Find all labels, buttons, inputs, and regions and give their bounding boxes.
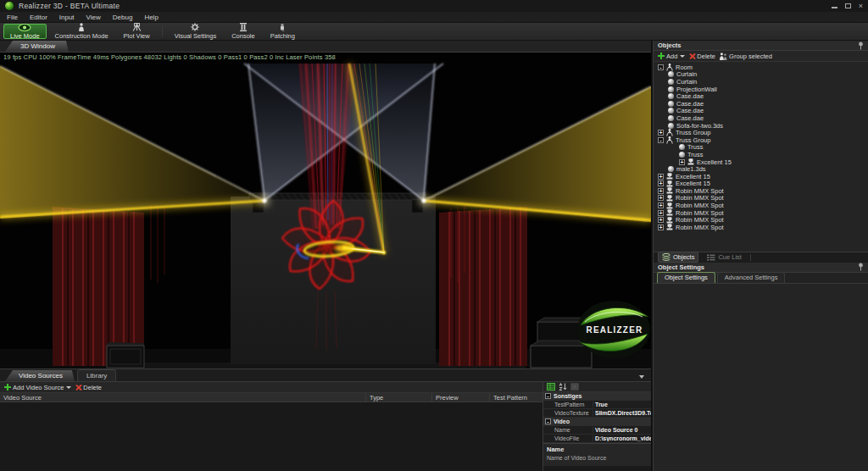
tab-library[interactable]: Library — [77, 369, 116, 381]
mesh-icon — [668, 79, 674, 85]
tab-objects[interactable]: Objects — [658, 252, 698, 263]
column-test-pattern[interactable]: Test Pattern — [490, 393, 542, 402]
menu-view[interactable]: View — [86, 14, 101, 21]
tree-item[interactable]: male1.3ds — [656, 165, 868, 173]
plus-icon — [4, 384, 11, 391]
collapse-icon[interactable]: - — [545, 418, 551, 424]
construction-mode-button[interactable]: Construction Mode — [48, 24, 115, 39]
tab-advanced-settings[interactable]: Advanced Settings — [717, 272, 786, 283]
tree-item[interactable]: Case.dae — [656, 100, 868, 108]
tree-item-fixture[interactable]: +Robin MMX Spot — [656, 195, 868, 202]
expander-icon[interactable]: + — [658, 195, 664, 201]
console-button[interactable]: Console — [225, 24, 262, 39]
expander-icon[interactable]: + — [658, 210, 664, 216]
tree-item-fixture[interactable]: +Robin MMX Spot — [656, 209, 868, 217]
visual-settings-button[interactable]: Visual Settings — [168, 24, 223, 39]
pin-icon[interactable] — [858, 42, 864, 50]
expander-icon[interactable]: + — [658, 217, 664, 223]
column-type[interactable]: Type — [366, 393, 432, 402]
tree-item-fixture[interactable]: +Robin MMX Spot — [656, 187, 868, 195]
restore-icon[interactable] — [845, 3, 851, 8]
tab-3d-window[interactable]: 3D Window — [5, 41, 69, 52]
pin-icon[interactable] — [858, 263, 864, 271]
tree-item-truss-group[interactable]: -Truss Group — [656, 136, 868, 144]
3d-viewport[interactable]: REALIZZER 19 fps CPU 100% FrameTime 49ms… — [0, 53, 651, 368]
alphabetical-sort-icon[interactable] — [559, 383, 567, 391]
tree-item-room[interactable]: -Room — [656, 64, 868, 71]
delete-x-icon — [75, 384, 81, 391]
window-title: Realizzer 3D - BETA Ultimate — [19, 2, 120, 10]
expander-icon[interactable]: - — [658, 137, 664, 143]
collapse-icon[interactable]: - — [545, 393, 551, 399]
expander-icon[interactable]: + — [658, 202, 664, 208]
menu-editor[interactable]: Editor — [30, 14, 47, 21]
menu-debug[interactable]: Debug — [113, 14, 133, 21]
expander-icon[interactable]: + — [658, 130, 664, 136]
add-video-source-button[interactable]: Add Video Source — [4, 384, 71, 391]
tab-divider — [750, 254, 751, 261]
tree-item-fixture[interactable]: +Excellent 15 — [656, 158, 868, 166]
tree-item-truss-group[interactable]: +Truss Group — [656, 129, 868, 136]
expander-icon[interactable]: - — [658, 64, 664, 70]
property-row[interactable]: Name Video Source 0 — [543, 426, 651, 435]
expander-icon[interactable]: + — [658, 174, 664, 180]
expander-icon[interactable]: + — [658, 224, 664, 230]
tree-item-fixture[interactable]: +Excellent 15 — [656, 173, 868, 180]
property-row[interactable]: VideoTexture SlimDX.Direct3D9.Texture — [543, 409, 651, 418]
menu-input[interactable]: Input — [59, 14, 75, 21]
tree-item[interactable]: Curtain — [656, 71, 868, 79]
tree-item-fixture[interactable]: +Excellent 15 — [656, 180, 868, 188]
menu-file[interactable]: File — [7, 14, 18, 21]
property-category[interactable]: - Video — [543, 418, 651, 426]
tree-item[interactable]: Case.dae — [656, 114, 868, 122]
expander-icon[interactable]: + — [658, 180, 664, 186]
tree-item[interactable]: Truss — [656, 151, 868, 158]
chevron-down-icon[interactable] — [639, 375, 644, 379]
mesh-icon — [668, 108, 674, 114]
column-preview[interactable]: Preview — [432, 393, 490, 402]
expander-icon[interactable]: + — [658, 188, 664, 194]
tab-object-settings[interactable]: Object Settings — [657, 272, 715, 283]
objects-panel: Objects Add Delete Group selected — [653, 41, 868, 471]
column-video-source[interactable]: Video Source — [0, 393, 366, 402]
tree-item[interactable]: Curtain — [656, 78, 868, 86]
delete-object-button[interactable]: Delete — [688, 53, 715, 60]
add-object-button[interactable]: Add — [658, 53, 685, 60]
close-icon[interactable]: × — [859, 3, 863, 9]
curtain-right — [439, 207, 527, 366]
video-source-list[interactable] — [0, 402, 542, 471]
menu-help[interactable]: Help — [144, 14, 158, 21]
tab-cue-list[interactable]: Cue List — [704, 252, 745, 262]
tree-item[interactable]: Sofa-for-two.3ds — [656, 122, 868, 130]
property-row[interactable]: VideoFile D:\syncronorm_video\ — [543, 435, 651, 443]
minimize-icon[interactable] — [832, 3, 837, 9]
plot-view-button[interactable]: Plot View — [117, 24, 157, 39]
tab-video-sources[interactable]: Video Sources — [5, 370, 75, 381]
objects-panel-tabbar: Objects Cue List — [654, 252, 868, 263]
app-icon — [5, 2, 14, 10]
mesh-icon — [679, 144, 685, 150]
plus-icon — [658, 53, 665, 59]
fixture-icon — [666, 195, 673, 202]
patching-button[interactable]: Patching — [264, 24, 302, 39]
property-category[interactable]: - Sonstiges — [543, 392, 651, 401]
property-pages-icon[interactable] — [570, 383, 579, 391]
tree-item-fixture[interactable]: +Robin MMX Spot — [656, 202, 868, 209]
tree-item-fixture[interactable]: +Robin MMX Spot — [656, 216, 868, 224]
toolbar-divider — [162, 25, 163, 37]
expander-icon[interactable]: + — [679, 159, 685, 165]
fixture-icon — [666, 180, 673, 187]
tree-item[interactable]: Case.dae — [656, 92, 868, 100]
tree-item-fixture[interactable]: +Robin MMX Spot — [656, 224, 868, 231]
tree-item[interactable]: Truss — [656, 144, 868, 152]
group-figure-icon — [666, 136, 673, 144]
tree-item[interactable]: Case.dae — [656, 108, 868, 115]
categorized-view-icon[interactable] — [547, 383, 555, 391]
property-row[interactable]: TestPattern True — [543, 401, 651, 409]
object-tree: -Room Curtain Curtain ProjectionWall Cas… — [654, 62, 868, 252]
delete-video-source-button[interactable]: Delete — [75, 384, 102, 391]
group-selected-button[interactable]: Group selected — [719, 53, 772, 60]
live-mode-button[interactable]: Live Mode — [3, 24, 47, 39]
tree-item[interactable]: ProjectionWall — [656, 86, 868, 93]
fixture-icon — [666, 173, 673, 180]
